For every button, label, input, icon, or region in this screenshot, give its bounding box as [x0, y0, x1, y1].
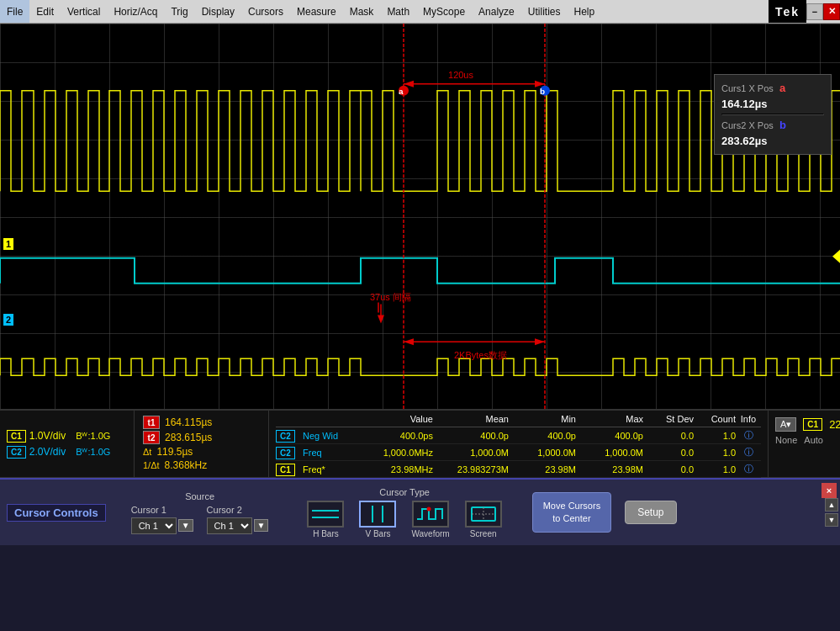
vbars-button[interactable]: V Bars	[359, 501, 396, 538]
cursor1-source-select[interactable]: Ch 1 Ch 2	[131, 517, 177, 534]
screen-cursor-icon	[468, 504, 499, 524]
menu-vertical[interactable]: Vertical	[61, 0, 107, 23]
scope-display: a b 120us 37us 间隔 2KBytes数据 1 2 Curs1 X …	[0, 24, 840, 411]
cursor-readout-box: Curs1 X Pos a 164.12µs Curs2 X Pos b 283…	[714, 74, 832, 155]
menu-measure[interactable]: Measure	[290, 0, 343, 23]
svg-text:37us 间隔: 37us 间隔	[370, 292, 411, 302]
ch2-label: 2	[3, 314, 13, 326]
ch2-badge: C2	[7, 446, 26, 459]
menu-edit[interactable]: Edit	[29, 0, 61, 23]
measure-header: Value Mean Min Max St Dev Count Info	[276, 414, 761, 427]
svg-text:a: a	[399, 87, 404, 96]
vbars-icon	[362, 504, 393, 524]
cursor2-dropdown[interactable]: ▼	[254, 519, 269, 532]
hbars-icon	[310, 504, 341, 524]
t1-badge: t1	[143, 416, 160, 429]
svg-text:2KBytes数据: 2KBytes数据	[454, 350, 507, 360]
move-cursors-button[interactable]: Move Cursors to Center	[532, 492, 611, 533]
menu-display[interactable]: Display	[195, 0, 241, 23]
screen-cursor-button[interactable]: Screen	[465, 501, 502, 538]
cursor2-source-select[interactable]: Ch 1 Ch 2	[207, 517, 252, 534]
timing-section: t1 164.115µs t2 283.615µs Δt 119.5µs 1/Δ…	[135, 411, 269, 477]
cursor-panel-title: Cursor Controls	[7, 504, 106, 522]
cursor1-dropdown[interactable]: ▼	[178, 519, 193, 532]
tek-logo: Tek	[769, 0, 806, 23]
ch-scale-section: C1 1.0V/div Bᵂ:1.0G C2 2.0V/div Bᵂ:1.0G	[0, 411, 135, 477]
svg-text:120us: 120us	[448, 70, 473, 80]
menu-myscope[interactable]: MyScope	[416, 0, 472, 23]
svg-marker-13	[404, 338, 414, 345]
nav-up-arrow[interactable]: ▲	[825, 498, 838, 512]
source-section: Source Cursor 1 Ch 1 Ch 2 ▼ Cursor 2 Ch …	[131, 491, 269, 534]
nav-down-arrow[interactable]: ▼	[825, 513, 838, 527]
status-bar: C1 1.0V/div Bᵂ:1.0G C2 2.0V/div Bᵂ:1.0G …	[0, 411, 840, 478]
svg-marker-14	[535, 338, 545, 345]
measure-table: Value Mean Min Max St Dev Count Info C2 …	[269, 411, 768, 477]
menu-mask[interactable]: Mask	[343, 0, 381, 23]
menu-math[interactable]: Math	[380, 0, 416, 23]
waveform-cursor-icon	[415, 504, 446, 524]
cursor-type-section: Cursor Type H Bars	[302, 487, 506, 538]
menu-help[interactable]: Help	[567, 0, 601, 23]
window-minimize[interactable]: −	[806, 3, 823, 20]
svg-marker-18	[832, 250, 840, 263]
table-row: C2 Freq 1,000.0MHz 1,000.0M 1,000.0M 1,0…	[276, 444, 761, 461]
cursor-controls-panel: Cursor Controls Source Cursor 1 Ch 1 Ch …	[0, 478, 840, 545]
menu-cursors[interactable]: Cursors	[241, 0, 290, 23]
svg-text:b: b	[540, 87, 545, 96]
svg-marker-17	[378, 315, 384, 323]
t2-badge: t2	[143, 431, 160, 444]
nav-arrows: ▲ ▼	[825, 498, 838, 527]
ch1-label: 1	[3, 238, 13, 250]
menu-bar: File Edit Vertical Horiz/Acq Trig Displa…	[0, 0, 840, 24]
menu-horizacq[interactable]: Horiz/Acq	[107, 0, 164, 23]
menu-utilities[interactable]: Utilities	[521, 0, 568, 23]
ch1-badge: C1	[7, 430, 26, 443]
menu-trig[interactable]: Trig	[164, 0, 194, 23]
waveform-cursor-button[interactable]: Waveform	[411, 501, 449, 538]
hbars-button[interactable]: H Bars	[307, 501, 344, 538]
table-row: C2 Neg Wid 400.0ps 400.0p 400.0p 400.0p …	[276, 427, 761, 444]
close-cursor-panel-button[interactable]: ×	[822, 483, 837, 498]
svg-point-23	[427, 506, 431, 511]
menu-file[interactable]: File	[0, 0, 29, 23]
window-close[interactable]: ✕	[823, 3, 840, 20]
signal-section: A▾ C1 220.0mV None Auto	[768, 411, 840, 477]
setup-button[interactable]: Setup	[625, 501, 676, 524]
table-row: C1 Freq* 23.98MHz 23.983273M 23.98M 23.9…	[276, 461, 761, 478]
menu-analyze[interactable]: Analyze	[472, 0, 521, 23]
